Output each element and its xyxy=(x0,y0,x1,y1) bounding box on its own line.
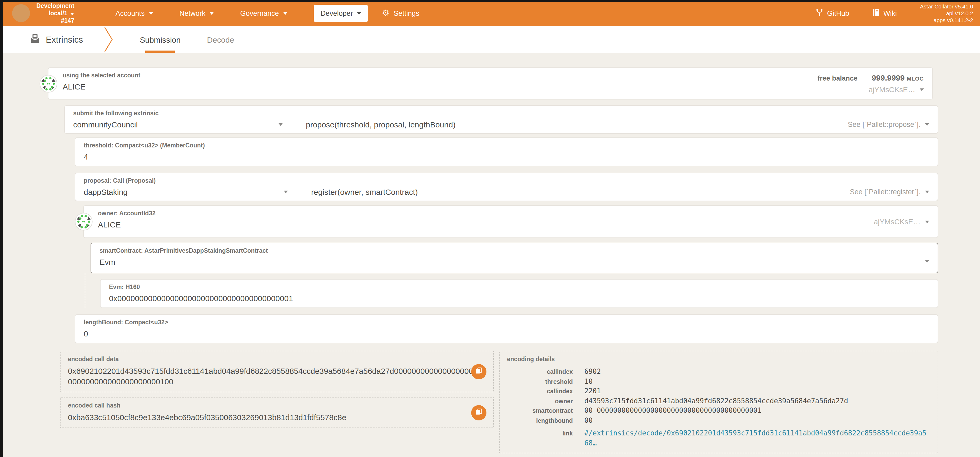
encoded-call-hash-label: encoded call hash xyxy=(68,402,486,409)
encoding-row-lengthbound: lengthbound 00 xyxy=(507,416,930,425)
encoding-row-callindex-1: callindex 6902 xyxy=(507,367,930,377)
param-threshold: threshold: Compact<u32> (MemberCount) 4 xyxy=(75,137,938,166)
collator-version: Astar Collator v5.41.0 xyxy=(920,3,973,10)
chain-name: Development xyxy=(36,2,74,10)
encoded-section: encoded call data 0x6902102201d43593c715… xyxy=(60,351,938,453)
free-balance-label: free balance xyxy=(818,74,858,82)
wiki-link[interactable]: Wiki xyxy=(872,8,897,18)
threshold-label: threshold: Compact<u32> (MemberCount) xyxy=(84,142,929,149)
encoding-row-link: link #/extrinsics/decode/0x6902102201d43… xyxy=(507,428,930,448)
method-doc[interactable]: See [`Pallet::propose`]. xyxy=(848,121,929,129)
apps-version: apps v0.141.2-2 xyxy=(920,17,973,24)
proposal-section-dropdown[interactable]: dappStaking xyxy=(84,188,288,196)
extrinsics-form: using the selected account ALICE free ba… xyxy=(0,67,980,457)
chevron-down-icon xyxy=(283,12,288,14)
account-address-dropdown[interactable]: ajYMsCKsE… xyxy=(818,85,924,94)
tab-submission[interactable]: Submission xyxy=(140,26,181,53)
chain-info[interactable]: Development local/1 #147 xyxy=(36,2,74,24)
encoded-call-hash-value: 0xba633c51050cf8c9e133e4ebc69a05f0350063… xyxy=(68,412,483,423)
param-owner[interactable]: owner: AccountId32 ALICE ajYMsCKsE… xyxy=(83,205,938,238)
free-balance-value: 999.9999 xyxy=(872,73,905,82)
smart-contract-variant-dropdown[interactable]: Evm xyxy=(100,258,929,267)
free-balance-unit: MLOC xyxy=(907,75,924,81)
encoded-call-data-value: 0x6902102201d43593c715fdd31c61141abd04a9… xyxy=(68,366,483,387)
chevron-down-icon xyxy=(925,220,929,223)
decode-link[interactable]: #/extrinsics/decode/0x6902102201d43593c7… xyxy=(584,428,930,448)
chain-node: local/1 xyxy=(36,10,74,17)
chevron-down-icon xyxy=(925,123,929,126)
encoding-row-owner: owner d43593c715fdd31c61141abd04a99fd682… xyxy=(507,396,930,406)
chevron-down-icon xyxy=(70,13,74,15)
evm-address-input[interactable]: 0x00000000000000000000000000000000000000… xyxy=(109,294,929,303)
param-smart-contract[interactable]: smartContract: AstarPrimitivesDappStakin… xyxy=(91,243,938,273)
extrinsics-icon xyxy=(30,33,40,46)
chevron-down-icon xyxy=(925,260,929,263)
chain-block-number: #147 xyxy=(36,17,74,24)
chevron-down-icon xyxy=(925,191,929,193)
book-icon xyxy=(872,8,880,18)
param-length-bound: lengthBound: Compact<u32> 0 xyxy=(75,314,938,343)
chevron-down-icon xyxy=(210,12,214,14)
account-select-label: using the selected account xyxy=(63,72,924,79)
param-proposal: proposal: Call (Proposal) dappStaking re… xyxy=(75,173,938,201)
evm-label: Evm: H160 xyxy=(109,284,929,291)
param-evm-h160: Evm: H160 0x0000000000000000000000000000… xyxy=(100,279,938,308)
proposal-label: proposal: Call (Proposal) xyxy=(84,177,929,184)
encoded-call-data-box: encoded call data 0x6902102201d43593c715… xyxy=(60,351,494,392)
chevron-down-icon xyxy=(149,12,153,14)
nav-item-governance[interactable]: Governance xyxy=(240,9,288,17)
length-bound-label: lengthBound: Compact<u32> xyxy=(84,319,929,326)
proposal-method-dropdown[interactable]: register(owner, smartContract) xyxy=(311,188,418,196)
account-select-row[interactable]: using the selected account ALICE free ba… xyxy=(48,67,932,100)
encoded-call-hash-box: encoded call hash 0xba633c51050cf8c9e133… xyxy=(60,397,494,428)
chevron-down-icon xyxy=(920,88,924,91)
identicon-alice[interactable] xyxy=(75,213,93,231)
extrinsic-label: submit the following extrinsic xyxy=(73,110,929,117)
owner-account-value[interactable]: ALICE xyxy=(98,220,929,229)
nav-item-settings[interactable]: ⚙Settings xyxy=(382,9,419,18)
proposal-method-doc[interactable]: See [`Pallet::register`]. xyxy=(850,188,929,196)
chain-logo[interactable] xyxy=(12,4,30,22)
method-dropdown[interactable]: propose(threshold, proposal, lengthBound… xyxy=(306,120,456,129)
chevron-down-icon xyxy=(278,123,283,126)
identicon-alice[interactable] xyxy=(40,75,57,92)
evm-param-wrapper: Evm: H160 0x0000000000000000000000000000… xyxy=(85,273,938,308)
breadcrumb-chevron xyxy=(104,26,113,53)
copy-call-hash-button[interactable] xyxy=(471,405,487,420)
chevron-down-icon xyxy=(284,191,288,193)
section-dropdown[interactable]: communityCouncil xyxy=(73,120,283,129)
copy-icon xyxy=(476,367,482,376)
account-select-value[interactable]: ALICE xyxy=(63,82,924,92)
encoding-row-smartcontract: smartcontract 00 00000000000000000000000… xyxy=(507,406,930,416)
app-viewport: Development local/1 #147 Accounts Networ… xyxy=(0,0,980,457)
nav-item-accounts[interactable]: Accounts xyxy=(115,9,153,17)
encoding-details-title: encoding details xyxy=(507,356,930,363)
nav-item-network[interactable]: Network xyxy=(180,9,214,17)
chevron-down-icon xyxy=(357,12,361,14)
extrinsic-select-row: submit the following extrinsic community… xyxy=(64,105,938,134)
free-balance: free balance 999.9999 MLOC xyxy=(818,73,924,82)
version-info: Astar Collator v5.41.0 api v12.0.2 apps … xyxy=(920,3,973,24)
threshold-input[interactable]: 4 xyxy=(84,152,929,162)
page-title: Extrinsics xyxy=(30,26,83,53)
copy-icon xyxy=(476,408,482,417)
gear-icon: ⚙ xyxy=(382,9,390,18)
encoding-row-callindex-2: callindex 2201 xyxy=(507,387,930,396)
git-branch-icon xyxy=(816,8,823,18)
tab-decode[interactable]: Decode xyxy=(207,26,234,53)
window-edge-top xyxy=(0,0,980,2)
github-link[interactable]: GitHub xyxy=(816,8,849,18)
nav-item-developer-active[interactable]: Developer xyxy=(314,5,368,22)
encoding-details-box: encoding details callindex 6902 threshol… xyxy=(499,351,938,453)
length-bound-input[interactable]: 0 xyxy=(84,329,929,339)
owner-address-dropdown[interactable]: ajYMsCKsE… xyxy=(874,217,929,226)
api-version: api v12.0.2 xyxy=(920,10,973,17)
encoding-row-threshold: threshold 10 xyxy=(507,377,930,387)
tab-bar: Extrinsics Submission Decode xyxy=(0,26,980,53)
owner-label: owner: AccountId32 xyxy=(98,210,929,217)
main-nav: Accounts Network Governance Developer ⚙S… xyxy=(115,5,445,22)
smart-contract-label: smartContract: AstarPrimitivesDappStakin… xyxy=(100,247,929,254)
copy-call-data-button[interactable] xyxy=(471,364,487,379)
encoded-call-data-label: encoded call data xyxy=(68,356,486,363)
window-edge-left xyxy=(0,0,3,457)
